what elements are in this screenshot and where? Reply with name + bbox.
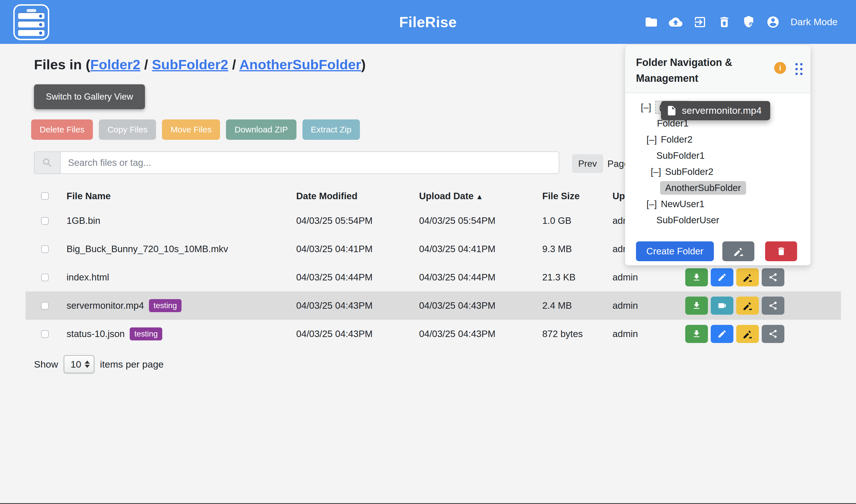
search-input[interactable]	[60, 151, 559, 174]
logo-bar	[18, 30, 45, 36]
app-title: FileRise	[399, 14, 457, 31]
upload-date: 04/03/25 04:43PM	[419, 300, 542, 311]
switch-to-gallery-button[interactable]: Switch to Gallery View	[34, 84, 145, 109]
rename-folder-button[interactable]	[722, 241, 754, 261]
trash-restore-icon[interactable]	[718, 15, 731, 29]
file-size: 21.3 KB	[542, 272, 612, 283]
file-size: 2.4 MB	[542, 300, 612, 311]
share-button[interactable]	[762, 296, 784, 315]
share-button[interactable]	[762, 268, 784, 286]
create-folder-button[interactable]: Create Folder	[636, 241, 714, 261]
tree-toggle-icon[interactable]: [–]	[641, 102, 651, 113]
top-bar: FileRise Dark Mode	[0, 0, 856, 44]
move-files-button[interactable]: Move Files	[162, 120, 220, 140]
page-title: Files in (Folder2 / SubFolder2 / Another…	[34, 57, 366, 72]
play-video-button[interactable]	[711, 296, 733, 315]
upload-date: 04/03/25 05:54PM	[419, 215, 542, 226]
file-name[interactable]: status-10.json	[67, 328, 125, 339]
file-size: 872 bytes	[542, 328, 612, 339]
delete-folder-button[interactable]	[765, 241, 797, 261]
breadcrumb-separator: /	[140, 57, 152, 72]
uploader: admin	[612, 272, 685, 283]
row-checkbox[interactable]	[41, 217, 49, 225]
column-header-date-modified[interactable]: Date Modified	[296, 191, 419, 201]
folder-tree: [–] (Root) Folder1 [–] Folder2 SubFolder…	[625, 93, 810, 228]
row-checkbox[interactable]	[41, 302, 49, 310]
tree-toggle-icon[interactable]: [–]	[646, 199, 657, 210]
rename-button[interactable]	[736, 296, 759, 315]
dark-mode-toggle[interactable]: Dark Mode	[791, 16, 838, 28]
file-tag-badge: testing	[149, 299, 181, 312]
select-all-checkbox[interactable]	[41, 192, 49, 200]
tree-toggle-icon[interactable]: [–]	[646, 134, 657, 145]
selected-folder[interactable]: AnotherSubFolder	[660, 181, 746, 195]
folder-panel-title: Folder Navigation & Management	[636, 55, 755, 86]
tree-item-anothersubfolder[interactable]: AnotherSubFolder	[625, 180, 810, 196]
folder-icon[interactable]	[645, 15, 658, 29]
account-circle-icon[interactable]	[766, 15, 780, 29]
download-button[interactable]	[685, 296, 708, 315]
tree-item-newuser1[interactable]: [–] NewUser1	[625, 196, 810, 212]
items-per-page-select[interactable]: 10	[64, 355, 94, 373]
column-header-file-size[interactable]: File Size	[542, 191, 612, 201]
file-name[interactable]: index.html	[67, 272, 109, 283]
tree-item-subfolder2[interactable]: [–] SubFolder2	[625, 164, 810, 180]
table-row: index.html 04/03/25 04:44PM 04/03/25 04:…	[25, 263, 841, 291]
file-size: 9.3 MB	[542, 244, 612, 254]
filerise-logo-icon[interactable]	[13, 4, 49, 40]
breadcrumb-link-subfolder2[interactable]: SubFolder2	[152, 57, 228, 72]
row-checkbox[interactable]	[41, 274, 49, 281]
file-name[interactable]: Big_Buck_Bunny_720_10s_10MB.mkv	[67, 244, 228, 254]
tree-item-subfolderuser[interactable]: SubFolderUser	[625, 212, 810, 228]
table-row-highlighted: servermonitor.mp4 testing 04/03/25 04:43…	[25, 291, 841, 320]
folder-panel-buttons: Create Folder	[636, 241, 797, 261]
download-button[interactable]	[685, 268, 708, 286]
drag-handle-icon[interactable]	[796, 63, 803, 75]
row-checkbox[interactable]	[41, 330, 49, 338]
edit-button[interactable]	[711, 325, 733, 343]
uploader: admin	[612, 300, 685, 311]
date-modified: 04/03/25 05:54PM	[296, 215, 419, 226]
download-button[interactable]	[685, 325, 708, 343]
delete-files-button[interactable]: Delete Files	[31, 120, 93, 140]
drag-ghost: servermonitor.mp4	[661, 101, 770, 120]
tree-item-subfolder1[interactable]: SubFolder1	[625, 148, 810, 164]
drag-ghost-label: servermonitor.mp4	[682, 105, 762, 116]
folder-navigation-panel: Folder Navigation & Management i [–] (Ro…	[625, 45, 811, 266]
copy-files-button[interactable]: Copy Files	[99, 120, 156, 140]
prev-page-button[interactable]: Prev	[572, 154, 603, 173]
column-header-upload-date[interactable]: Upload Date▲	[419, 191, 542, 201]
file-name[interactable]: servermonitor.mp4	[67, 300, 144, 311]
filerise-app: FileRise Dark Mode Files in (Folder2 / S…	[0, 0, 856, 504]
edit-button[interactable]	[711, 268, 733, 286]
download-zip-button[interactable]: Download ZIP	[226, 120, 296, 140]
upload-date: 04/03/25 04:41PM	[419, 244, 542, 254]
tree-item-folder2[interactable]: [–] Folder2	[625, 131, 810, 148]
items-per-page-value: 10	[70, 359, 81, 370]
file-name[interactable]: 1GB.bin	[67, 215, 100, 226]
breadcrumb-link-folder2[interactable]: Folder2	[90, 57, 140, 72]
date-modified: 04/03/25 04:41PM	[296, 244, 419, 254]
sign-in-icon[interactable]	[693, 15, 707, 29]
file-icon	[666, 105, 677, 116]
cloud-upload-icon[interactable]	[669, 15, 682, 29]
rename-button[interactable]	[736, 268, 759, 286]
table-row: status-10.json testing 04/03/25 04:43PM …	[25, 320, 841, 348]
rename-button[interactable]	[736, 325, 759, 343]
search-icon	[34, 151, 60, 174]
logo-slot	[27, 9, 36, 12]
extract-zip-button[interactable]: Extract Zip	[302, 120, 360, 140]
breadcrumb-suffix: )	[361, 57, 366, 72]
logo-bar	[18, 13, 45, 19]
breadcrumb-link-anothersubfolder[interactable]: AnotherSubFolder	[239, 57, 361, 72]
shield-user-icon[interactable]	[742, 15, 755, 29]
date-modified: 04/03/25 04:43PM	[296, 328, 419, 339]
column-header-file-name[interactable]: File Name	[67, 191, 296, 201]
row-checkbox[interactable]	[41, 245, 49, 253]
tree-toggle-icon[interactable]: [–]	[651, 166, 661, 177]
file-tag-badge: testing	[130, 327, 162, 340]
share-button[interactable]	[762, 325, 784, 343]
items-per-page-control: Show 10 items per page	[34, 355, 164, 373]
date-modified: 04/03/25 04:44PM	[296, 272, 419, 283]
info-icon[interactable]: i	[774, 62, 786, 74]
